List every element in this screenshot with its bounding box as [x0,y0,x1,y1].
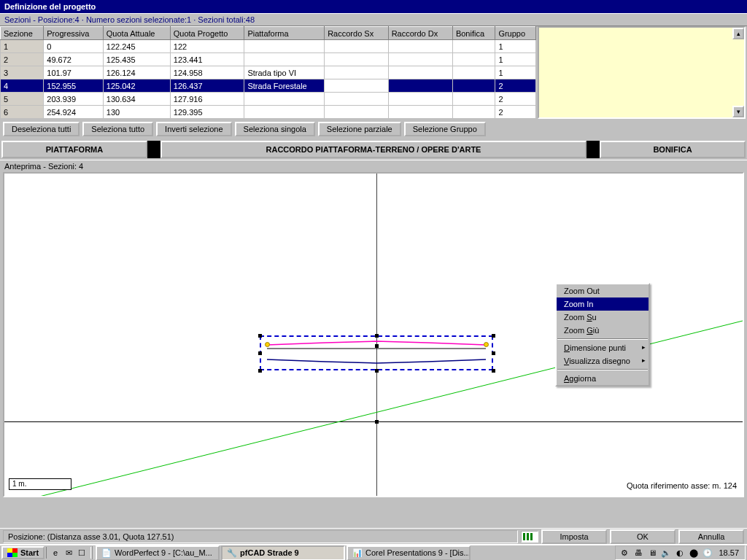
table-cell[interactable]: 122 [170,40,244,53]
column-header[interactable]: Sezione [1,27,44,40]
scroll-up-button[interactable]: ▴ [732,28,744,39]
selection-handle[interactable] [492,334,495,338]
column-header[interactable]: Progressiva [44,27,104,40]
column-header[interactable]: Quota Progetto [170,27,244,40]
tab-raccordo[interactable]: RACCORDO PIATTAFORMA-TERRENO / OPERE D'A… [160,141,587,158]
table-cell[interactable]: 1 [495,53,536,66]
selection-rectangle[interactable] [260,335,493,370]
table-cell[interactable]: 125.042 [103,79,170,93]
table-row[interactable]: 4152.955125.042126.437Strada Forestale2 [1,79,536,93]
table-cell[interactable]: 152.955 [44,79,104,93]
table-row[interactable]: 6254.924130129.3952 [1,106,536,119]
table-cell[interactable] [325,106,388,119]
menu-zoom-su[interactable]: Zoom Su [557,311,649,324]
table-cell[interactable]: 125.435 [103,53,170,66]
table-cell[interactable] [325,53,388,66]
table-cell[interactable]: 1 [495,40,536,53]
table-cell[interactable]: 126.437 [170,79,244,93]
column-header[interactable]: Raccordo Dx [388,27,452,40]
menu-zoom-in[interactable]: Zoom In [557,298,649,311]
sections-table[interactable]: SezioneProgressivaQuota AttualeQuota Pro… [0,26,536,119]
tray-icon[interactable]: 🔈 [660,547,672,559]
table-cell[interactable]: 129.395 [170,106,244,119]
tray-icon[interactable]: ◐ [674,547,686,559]
table-cell[interactable]: 130 [103,106,170,119]
section-preview-chart[interactable]: 1 m. Quota riferimento asse: m. 124 Zoom… [3,172,744,497]
windows-taskbar[interactable]: Start e ✉ ☐ 📄 WordPerfect 9 - [C:\au_M..… [0,544,747,560]
scroll-down-button[interactable]: ▾ [732,106,744,117]
ie-icon[interactable]: e [50,547,61,559]
table-cell[interactable]: 101.97 [44,66,104,79]
column-header[interactable]: Quota Attuale [103,27,170,40]
task-corel[interactable]: 📊 Corel Presentations 9 - [Dis... [347,545,471,561]
menu-zoom-giu[interactable]: Zoom Giù [557,324,649,337]
ok-button[interactable]: OK [610,529,676,544]
table-cell[interactable] [452,79,495,93]
table-cell[interactable]: 1 [495,66,536,79]
taskbar-clock[interactable]: 18.57 [716,548,742,557]
table-cell[interactable]: 2 [495,79,536,93]
table-cell[interactable]: 6 [1,106,44,119]
system-tray[interactable]: ⚙ 🖶 🖥 🔈 ◐ ⬤ 🕑 18.57 [615,545,746,560]
table-cell[interactable] [244,93,325,106]
selection-handle[interactable] [492,369,495,373]
table-cell[interactable] [452,66,495,79]
table-cell[interactable] [452,40,495,53]
select-single-button[interactable]: Seleziona singola [235,122,315,136]
tab-piattaforma[interactable]: PIATTAFORMA [1,141,147,158]
start-button[interactable]: Start [1,546,44,559]
table-cell[interactable]: Strada Forestale [244,79,325,93]
table-cell[interactable] [388,40,452,53]
table-cell[interactable]: 1 [1,40,44,53]
tray-icon[interactable]: ⚙ [619,547,630,559]
tray-icon[interactable]: 🖶 [632,547,644,559]
selection-handle[interactable] [258,334,262,338]
table-cell[interactable] [388,53,452,66]
table-row[interactable]: 5203.939130.634127.9162 [1,93,536,106]
context-menu[interactable]: Zoom Out Zoom In Zoom Su Zoom Giù Dimens… [555,283,650,386]
table-cell[interactable] [388,79,452,93]
invert-selection-button[interactable]: Inverti selezione [156,122,232,136]
table-row[interactable]: 10122.2451221 [1,40,536,53]
table-cell[interactable]: 3 [1,66,44,79]
table-cell[interactable] [452,93,495,106]
select-group-button[interactable]: Selezione Gruppo [404,122,486,136]
table-cell[interactable] [452,106,495,119]
table-cell[interactable] [325,40,388,53]
annulla-button[interactable]: Annulla [678,529,744,544]
table-cell[interactable] [325,66,388,79]
table-cell[interactable] [388,93,452,106]
task-wordperfect[interactable]: 📄 WordPerfect 9 - [C:\au_M... [96,545,220,561]
imposta-button[interactable]: Imposta [541,529,607,544]
table-row[interactable]: 3101.97126.124124.958Strada tipo VI1 [1,66,536,79]
table-cell[interactable] [325,79,388,93]
table-cell[interactable]: 122.245 [103,40,170,53]
table-cell[interactable]: 2 [495,93,536,106]
selection-handle[interactable] [492,351,495,355]
desktop-icon[interactable]: ☐ [76,547,88,559]
column-header[interactable]: Bonifica [452,27,495,40]
table-cell[interactable]: 49.672 [44,53,104,66]
table-cell[interactable]: 2 [495,106,536,119]
select-partial-button[interactable]: Selezione parziale [318,122,401,136]
column-header[interactable]: Raccordo Sx [325,27,388,40]
table-cell[interactable]: 0 [44,40,104,53]
deselect-all-button[interactable]: Deseleziona tutti [3,122,80,136]
tray-icon[interactable]: 🕑 [702,547,713,559]
table-cell[interactable]: 130.634 [103,93,170,106]
tray-icon[interactable]: ⬤ [688,547,700,559]
table-cell[interactable]: 2 [1,53,44,66]
table-cell[interactable] [244,40,325,53]
table-cell[interactable] [325,93,388,106]
table-cell[interactable]: 5 [1,93,44,106]
tab-bonifica[interactable]: BONIFICA [600,141,746,158]
table-cell[interactable] [388,66,452,79]
selection-handle[interactable] [375,369,379,373]
endpoint-marker[interactable] [265,342,270,347]
table-cell[interactable]: 203.939 [44,93,104,106]
select-all-button[interactable]: Seleziona tutto [82,122,153,136]
table-cell[interactable]: 124.958 [170,66,244,79]
menu-aggiorna[interactable]: Aggiorna [557,372,649,385]
table-cell[interactable]: 4 [1,79,44,93]
menu-visualizza-disegno[interactable]: Visualizza disegno [557,354,649,368]
